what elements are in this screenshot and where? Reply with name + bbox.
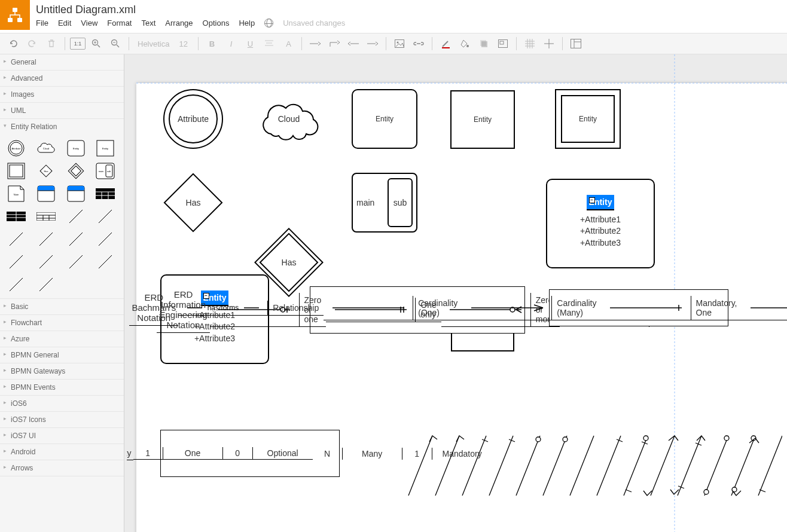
palette-images[interactable]: Images [0,87,124,102]
bold-button[interactable]: B [203,36,220,51]
waypoint-button[interactable] [326,36,343,51]
palette-class2-shape[interactable] [63,184,89,204]
palette-android[interactable]: Android [0,444,124,460]
palette-table2-shape[interactable] [4,206,29,227]
svg-rect-2 [17,18,22,22]
app-logo[interactable] [0,0,30,30]
palette-flowchart[interactable]: Flowchart [0,315,124,331]
outline-button[interactable] [568,36,584,51]
palette-line6[interactable] [93,229,118,249]
entity-rounded-shape[interactable]: Entity [352,89,417,149]
image-button[interactable] [391,36,408,51]
palette-entity-rect-shape[interactable]: Entity [93,138,118,158]
palette-entity-relation[interactable]: Entity Relation [0,119,124,134]
entity-double-shape[interactable]: Entity [555,89,621,149]
palette-table1-shape[interactable] [93,184,118,204]
svg-text:Entity: Entity [72,147,78,150]
palette-line11[interactable] [4,274,29,295]
shadow-button[interactable] [475,36,492,51]
palette-line5[interactable] [63,229,89,249]
svg-rect-0 [13,8,17,12]
menu-text[interactable]: Text [141,19,155,27]
container-button[interactable] [495,36,511,51]
palette-general[interactable]: General [0,54,124,70]
redo-button[interactable] [24,36,41,51]
menu-view[interactable]: View [81,19,97,27]
palette-uml[interactable]: UML [0,103,124,118]
canvas-area[interactable]: Attribute Cloud Entity Entity Entity Has… [127,54,787,532]
palette-class1-shape[interactable] [33,184,59,204]
fill-color-button[interactable] [456,36,473,51]
palette-note-shape[interactable]: Note [4,184,29,204]
palette-ios7-icons[interactable]: iOS7 Icons [0,412,124,427]
palette-table3-shape[interactable] [33,206,59,227]
palette-ios6[interactable]: iOS6 [0,396,124,411]
palette-azure[interactable]: Azure [0,331,124,347]
connector-samples[interactable] [388,430,782,502]
palette-mainsub-shape[interactable]: mainsub [93,161,118,181]
zoom-out-button[interactable] [107,36,124,51]
palette-basic[interactable]: Basic [0,299,124,314]
palette-line2[interactable] [93,206,118,227]
connection-button[interactable] [307,36,324,51]
svg-point-148 [704,490,709,494]
italic-button[interactable]: I [222,36,239,51]
palette-diamond-double-shape[interactable] [63,161,89,181]
font-size-select[interactable]: 12 [175,39,193,48]
palette-line7[interactable] [4,252,29,272]
line-start-button[interactable] [345,36,362,51]
entity-rect-shape[interactable]: Entity [450,90,515,149]
cloud-shape[interactable]: Cloud [256,95,322,143]
palette-cloud-shape[interactable]: Cloud [33,138,59,158]
zoom-in-button[interactable] [88,36,105,51]
svg-line-81 [39,255,53,268]
main-sub-shape[interactable]: main sub [352,173,417,233]
attribute-shape[interactable]: Attribute [163,89,223,149]
link-button[interactable] [410,36,427,51]
palette-entity-rounded-shape[interactable]: Entity [63,138,89,158]
palette-advanced[interactable]: Advanced [0,71,124,86]
diagram-canvas[interactable]: Attribute Cloud Entity Entity Entity Has… [136,83,787,532]
has-diamond-shape[interactable]: Has [163,173,223,233]
font-family-select[interactable]: Helvetica [134,39,173,48]
palette-bpmn-gateways[interactable]: BPMN Gateways [0,363,124,379]
chen-notation-table[interactable]: ERD Peter Chen's Notation CardinalityOpt… [160,430,340,477]
language-icon[interactable] [264,19,273,27]
document-title[interactable]: Untitled Diagram.xml [36,4,345,16]
palette-line3[interactable] [4,229,29,249]
palette-line9[interactable] [63,252,89,272]
line-end-button[interactable] [364,36,381,51]
palette-line12[interactable] [33,274,59,295]
palette-bpmn-events[interactable]: BPMN Events [0,380,124,395]
palette-arrows[interactable]: Arrows [0,460,124,476]
menu-file[interactable]: File [36,19,48,27]
bachman-notation-table[interactable]: ERD Bachman's Notation has/formsRelation… [549,289,728,326]
underline-button[interactable]: U [242,36,258,51]
palette-line10[interactable] [93,252,118,272]
align-button[interactable] [261,36,277,51]
undo-button[interactable] [5,36,22,51]
entity-class1-shape[interactable]: −Entity +Attribute1 +Attribute2 +Attribu… [546,179,655,268]
menu-help[interactable]: Help [239,19,255,27]
guides-button[interactable] [541,36,557,51]
palette-line1[interactable] [63,206,89,227]
palette-entity-double-shape[interactable] [4,161,29,181]
actual-size-button[interactable]: 1:1 [70,38,86,50]
delete-button[interactable] [43,36,60,51]
palette-diamond-shape[interactable]: Has [33,161,59,181]
font-color-button[interactable]: A [280,36,297,51]
line-color-button[interactable] [437,36,454,51]
svg-line-143 [731,436,755,496]
palette-bpmn-general[interactable]: BPMN General [0,347,124,363]
menu-options[interactable]: Options [203,19,230,27]
menu-arrange[interactable]: Arrange [165,19,193,27]
grid-button[interactable] [521,36,538,51]
palette-line8[interactable] [33,252,59,272]
menu-edit[interactable]: Edit [58,19,71,27]
palette-ios7-ui[interactable]: iOS7 UI [0,428,124,444]
palette-line4[interactable] [33,229,59,249]
svg-line-85 [39,278,53,291]
palette-attribute-shape[interactable]: Attribute [4,138,29,158]
svg-rect-18 [442,47,450,48]
menu-format[interactable]: Format [107,19,132,27]
